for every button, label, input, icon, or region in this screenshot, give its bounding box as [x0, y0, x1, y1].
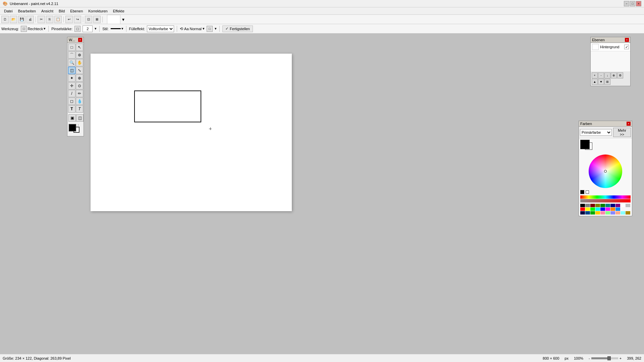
white-swatch[interactable] [586, 190, 589, 194]
hue-spectrum-bar[interactable] [580, 195, 631, 199]
palette-pink[interactable] [600, 211, 605, 215]
palette-black[interactable] [580, 204, 585, 207]
palette-magenta[interactable] [605, 207, 610, 211]
layer-properties-button[interactable]: ⚙ [617, 72, 623, 78]
open-file-button[interactable]: 📂 [10, 16, 17, 23]
zoom-slider[interactable] [591, 357, 618, 359]
menu-korrekturen[interactable]: Korrekturen [86, 8, 110, 14]
transform-tool[interactable]: ⤡ [76, 67, 83, 74]
layer-item-background[interactable]: Hintergrund ✓ [591, 43, 630, 51]
delete-layer-button[interactable]: - [598, 72, 604, 78]
palette-lightblue[interactable] [615, 207, 620, 211]
canvas-area[interactable] [0, 34, 644, 354]
select-all-button[interactable]: ⊠ [93, 16, 101, 23]
menu-datei[interactable]: Datei [1, 8, 15, 14]
tool-palette-title[interactable]: W... × [67, 37, 84, 43]
opacity-dropdown[interactable]: ▾ [215, 26, 217, 31]
magic-wand-tool[interactable]: ✦ [68, 74, 75, 82]
undo-button[interactable]: ↩ [65, 16, 73, 23]
color-wheel-container[interactable] [580, 153, 631, 189]
tool-selector[interactable]: □ Rechteck ▾ [21, 26, 46, 32]
new-file-button[interactable]: 🗋 [1, 16, 9, 23]
rectangle-tool[interactable]: ◫ [68, 67, 75, 74]
color-wheel[interactable] [589, 155, 622, 188]
foreground-color-swatch[interactable] [69, 124, 76, 131]
palette-peach[interactable] [615, 211, 620, 215]
color-mode-select[interactable]: Primärfarbe Sekundärfarbe [580, 129, 612, 136]
add-layer-button[interactable]: + [592, 72, 598, 78]
colors-panel-title[interactable]: Farben × [579, 121, 632, 127]
duplicate-layer-button[interactable]: ⊕ [611, 72, 617, 78]
style-selector[interactable]: ▾ [111, 26, 123, 31]
zoom-tool[interactable]: 🔍 [68, 59, 75, 66]
palette-orange[interactable] [610, 207, 615, 211]
shape-dropdown[interactable]: ▾ [44, 26, 46, 31]
pan-tool[interactable]: ✋ [76, 59, 83, 66]
maximize-button[interactable]: □ [630, 1, 635, 6]
layers-panel-title[interactable]: Ebenen × [591, 37, 630, 43]
clone-stamp-tool[interactable]: ⊙ [76, 82, 83, 89]
brush-dropdown[interactable]: ▾ [95, 26, 97, 31]
deselect-button[interactable]: ⊡ [85, 16, 92, 23]
fg-swatch[interactable] [580, 140, 590, 149]
palette-teal[interactable] [605, 204, 610, 207]
palette-lavender[interactable] [610, 211, 615, 215]
minimize-button[interactable]: − [624, 1, 629, 6]
select-rect-tool[interactable]: □ [68, 44, 75, 51]
copy-button[interactable]: ⎘ [46, 16, 53, 23]
palette-darkblue[interactable] [580, 211, 585, 215]
dropper-tool[interactable]: 💧 [76, 98, 83, 105]
close-button[interactable]: × [636, 1, 641, 6]
menu-effekte[interactable]: Effekte [110, 8, 127, 14]
merge-down-button[interactable]: ↓ [604, 72, 610, 78]
zoom-out-icon[interactable]: - [589, 356, 590, 360]
tool-palette-close[interactable]: × [78, 38, 82, 42]
menu-bearbeiten[interactable]: Bearbeiten [15, 8, 39, 14]
thumbnail-dropdown[interactable]: ▾ [122, 17, 124, 22]
more-colors-button[interactable]: Mehr >> [613, 128, 631, 137]
palette-brown[interactable] [626, 211, 630, 215]
palette-cyan[interactable] [595, 207, 600, 211]
blend-dropdown[interactable]: ▾ [203, 26, 205, 31]
lasso-tool[interactable]: ⌒ [68, 51, 75, 59]
magic-select-tool[interactable]: ⊛ [76, 51, 83, 59]
palette-olive[interactable] [595, 204, 600, 207]
move-layer-up-button[interactable]: ▲ [592, 79, 598, 85]
move-layer-tool[interactable]: ✛ [68, 82, 75, 89]
menu-bild[interactable]: Bild [56, 8, 67, 14]
palette-gray[interactable] [585, 204, 590, 207]
palette-darkblue2[interactable] [585, 211, 590, 215]
gradient-tool[interactable]: ◫ [76, 114, 84, 122]
fill-tool[interactable]: ⊕ [76, 74, 83, 82]
fill-select[interactable]: Volltonfarbe Kein [147, 25, 174, 32]
shape-tool[interactable]: ▣ [68, 114, 76, 122]
layers-panel-close[interactable]: × [625, 38, 629, 42]
brush-tool[interactable]: ✏ [76, 90, 83, 97]
text2-tool[interactable]: T [76, 105, 83, 113]
move-tool[interactable]: ↖ [76, 44, 83, 51]
palette-blue[interactable] [600, 207, 605, 211]
redo-button[interactable]: ↪ [74, 16, 81, 23]
palette-darkgreen[interactable] [590, 211, 595, 215]
finalize-button[interactable]: ✓ Fertigstellen [222, 25, 253, 32]
menu-ebenen[interactable]: Ebenen [67, 8, 86, 14]
palette-purple[interactable] [615, 204, 620, 207]
layer-visibility-toggle[interactable]: ✓ [624, 45, 629, 49]
palette-aqua[interactable] [621, 211, 625, 215]
canvas[interactable] [91, 54, 292, 211]
move-layer-down-button[interactable]: ▼ [598, 79, 604, 85]
colors-panel-close[interactable]: × [627, 122, 631, 126]
pencil-tool[interactable]: / [68, 90, 75, 97]
palette-lime[interactable] [590, 207, 595, 211]
text-tool[interactable]: T [68, 105, 75, 113]
eraser-tool[interactable]: ◻ [68, 98, 75, 105]
palette-green[interactable] [600, 204, 605, 207]
palette-yellow[interactable] [585, 207, 590, 211]
palette-red[interactable] [580, 207, 585, 211]
zoom-in-icon[interactable]: + [620, 356, 622, 360]
palette-gold[interactable] [595, 211, 600, 215]
black-swatch[interactable] [580, 190, 584, 194]
print-button[interactable]: 🖨 [26, 16, 34, 23]
saturation-bar[interactable] [580, 199, 631, 202]
zoom-control[interactable]: - + [589, 356, 622, 360]
